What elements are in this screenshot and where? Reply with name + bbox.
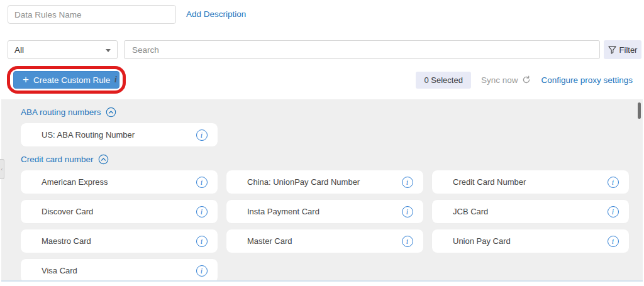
rule-sections: ABA routing numbers US: ABA Routing Numb… [21, 106, 629, 282]
section-title: Credit card number [21, 155, 94, 164]
rule-card-grid: US: ABA Routing Number i [21, 123, 629, 146]
info-icon[interactable]: i [196, 236, 208, 247]
rule-card[interactable]: JCB Card i [432, 200, 629, 223]
rule-card[interactable]: Visa Card i [21, 259, 218, 282]
rule-card-label: China: UnionPay Card Number [226, 177, 402, 187]
create-custom-rule-button[interactable]: + Create Custom Rule [13, 71, 119, 89]
section-header[interactable]: ABA routing numbers [21, 106, 629, 118]
rule-card[interactable]: China: UnionPay Card Number i [226, 170, 423, 194]
scrollbar-thumb[interactable] [638, 102, 641, 119]
info-icon[interactable]: i [196, 265, 208, 277]
chevron-up-circle-icon[interactable] [98, 154, 109, 165]
info-icon[interactable]: i [402, 236, 413, 247]
rule-card-label: JCB Card [432, 207, 608, 216]
filter-button-label: Filter [619, 45, 638, 55]
info-icon[interactable]: i [196, 206, 208, 217]
rule-card[interactable]: American Express i [21, 170, 218, 194]
info-icon[interactable]: i [608, 236, 619, 247]
info-icon[interactable]: i [608, 177, 619, 188]
chevron-down-icon [106, 49, 111, 52]
sync-now-label: Sync now [481, 75, 518, 85]
rules-panel: ABA routing numbers US: ABA Routing Numb… [1, 99, 643, 282]
rule-card-label: Maestro Card [21, 236, 196, 246]
rule-card-label: US: ABA Routing Number [21, 130, 196, 140]
annotation-highlight-circle: + Create Custom Rule [7, 66, 126, 94]
category-select[interactable]: All [8, 40, 118, 59]
add-description-link[interactable]: Add Description [186, 5, 246, 24]
info-icon[interactable]: i [402, 206, 413, 217]
rule-card[interactable]: Maestro Card i [21, 229, 218, 253]
data-rules-name-input[interactable] [8, 5, 176, 24]
rule-card[interactable]: Discover Card i [21, 200, 218, 223]
category-select-value: All [14, 45, 24, 55]
section-title: ABA routing numbers [21, 107, 101, 117]
panel-collapse-handle[interactable]: ‹ [0, 159, 4, 179]
rule-section: ABA routing numbers US: ABA Routing Numb… [21, 106, 629, 146]
sync-now-button[interactable]: Sync now [481, 75, 531, 85]
section-header[interactable]: Credit card number [21, 153, 629, 165]
rule-card-label: Master Card [226, 236, 402, 246]
info-hint-icon[interactable]: i [111, 75, 121, 85]
configure-proxy-settings-link[interactable]: Configure proxy settings [541, 75, 633, 85]
rule-card[interactable]: Credit Card Number i [432, 170, 629, 194]
selected-count-badge: 0 Selected [416, 72, 470, 89]
info-icon[interactable]: i [196, 177, 208, 188]
info-icon[interactable]: i [402, 177, 413, 188]
filter-funnel-icon [608, 46, 616, 54]
rule-card-label: Insta Payment Card [226, 207, 402, 216]
plus-icon: + [23, 74, 29, 85]
rule-card[interactable]: US: ABA Routing Number i [21, 123, 218, 146]
rule-card-label: Discover Card [21, 207, 196, 216]
info-icon[interactable]: i [608, 206, 619, 217]
data-rules-page: Add Description All Filter + Create Cust… [0, 0, 644, 286]
info-icon[interactable]: i [196, 129, 208, 141]
rule-section: Credit card number American Express i Ch… [21, 153, 629, 282]
rule-card[interactable]: Insta Payment Card i [226, 200, 423, 223]
rule-card[interactable]: Union Pay Card i [432, 229, 629, 253]
chevron-up-circle-icon[interactable] [106, 107, 116, 118]
create-custom-rule-label: Create Custom Rule [33, 75, 110, 85]
rule-card[interactable]: Master Card i [226, 229, 423, 253]
rule-card-label: Union Pay Card [432, 236, 608, 246]
rule-card-label: Credit Card Number [432, 177, 608, 187]
refresh-icon [522, 75, 531, 84]
rule-card-label: American Express [21, 177, 196, 187]
rule-card-label: Visa Card [21, 266, 196, 275]
rule-card-grid: American Express i China: UnionPay Card … [21, 170, 629, 282]
search-input[interactable] [124, 40, 600, 59]
filter-button[interactable]: Filter [604, 40, 641, 59]
